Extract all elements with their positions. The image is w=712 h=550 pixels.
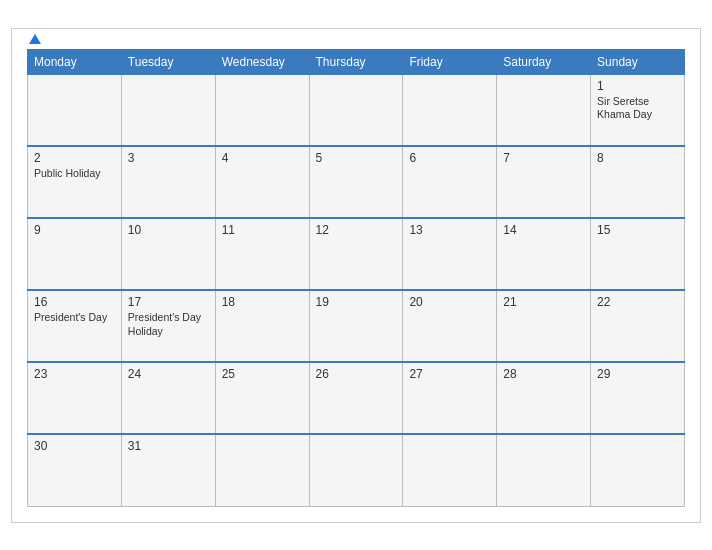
day-number: 7 <box>503 151 584 165</box>
col-header-saturday: Saturday <box>497 49 591 74</box>
calendar-cell: 17President's Day Holiday <box>121 290 215 362</box>
day-number: 28 <box>503 367 584 381</box>
week-row-2: 9101112131415 <box>28 218 685 290</box>
day-number: 27 <box>409 367 490 381</box>
week-row-1: 2Public Holiday345678 <box>28 146 685 218</box>
day-number: 1 <box>597 79 678 93</box>
day-number: 13 <box>409 223 490 237</box>
day-number: 9 <box>34 223 115 237</box>
col-header-thursday: Thursday <box>309 49 403 74</box>
calendar-cell <box>309 434 403 506</box>
calendar-cell: 30 <box>28 434 122 506</box>
day-event: Sir Seretse Khama Day <box>597 95 652 121</box>
calendar-cell: 6 <box>403 146 497 218</box>
calendar-cell: 27 <box>403 362 497 434</box>
day-event: Public Holiday <box>34 167 101 179</box>
calendar-cell: 8 <box>591 146 685 218</box>
week-row-5: 3031 <box>28 434 685 506</box>
day-number: 29 <box>597 367 678 381</box>
calendar-cell <box>403 74 497 146</box>
calendar-cell: 29 <box>591 362 685 434</box>
calendar-container: MondayTuesdayWednesdayThursdayFridaySatu… <box>11 28 701 523</box>
day-number: 19 <box>316 295 397 309</box>
day-event: President's Day Holiday <box>128 311 201 337</box>
day-number: 4 <box>222 151 303 165</box>
day-number: 6 <box>409 151 490 165</box>
day-number: 30 <box>34 439 115 453</box>
calendar-cell: 20 <box>403 290 497 362</box>
day-number: 16 <box>34 295 115 309</box>
day-number: 21 <box>503 295 584 309</box>
logo-blue-row <box>27 30 41 48</box>
calendar-cell <box>309 74 403 146</box>
day-number: 31 <box>128 439 209 453</box>
day-number: 18 <box>222 295 303 309</box>
calendar-cell <box>591 434 685 506</box>
day-number: 10 <box>128 223 209 237</box>
logo-triangle-icon <box>29 34 41 44</box>
days-of-week-row: MondayTuesdayWednesdayThursdayFridaySatu… <box>28 49 685 74</box>
day-number: 11 <box>222 223 303 237</box>
calendar-cell: 23 <box>28 362 122 434</box>
day-event: President's Day <box>34 311 107 323</box>
calendar-cell: 16President's Day <box>28 290 122 362</box>
day-number: 2 <box>34 151 115 165</box>
day-number: 15 <box>597 223 678 237</box>
col-header-wednesday: Wednesday <box>215 49 309 74</box>
calendar-cell: 3 <box>121 146 215 218</box>
day-number: 24 <box>128 367 209 381</box>
calendar-cell: 2Public Holiday <box>28 146 122 218</box>
calendar-cell: 9 <box>28 218 122 290</box>
calendar-cell: 11 <box>215 218 309 290</box>
calendar-cell: 7 <box>497 146 591 218</box>
calendar-cell: 22 <box>591 290 685 362</box>
day-number: 3 <box>128 151 209 165</box>
day-number: 22 <box>597 295 678 309</box>
calendar-body: 1Sir Seretse Khama Day2Public Holiday345… <box>28 74 685 506</box>
calendar-cell: 4 <box>215 146 309 218</box>
logo <box>27 30 41 48</box>
calendar-cell: 18 <box>215 290 309 362</box>
calendar-cell: 10 <box>121 218 215 290</box>
calendar-cell <box>215 74 309 146</box>
calendar-cell: 5 <box>309 146 403 218</box>
day-number: 17 <box>128 295 209 309</box>
col-header-sunday: Sunday <box>591 49 685 74</box>
calendar-cell: 31 <box>121 434 215 506</box>
calendar-header-row: MondayTuesdayWednesdayThursdayFridaySatu… <box>28 49 685 74</box>
calendar-cell <box>497 434 591 506</box>
calendar-table: MondayTuesdayWednesdayThursdayFridaySatu… <box>27 49 685 507</box>
col-header-tuesday: Tuesday <box>121 49 215 74</box>
calendar-cell: 24 <box>121 362 215 434</box>
calendar-cell: 13 <box>403 218 497 290</box>
calendar-cell: 19 <box>309 290 403 362</box>
calendar-cell <box>28 74 122 146</box>
calendar-cell: 28 <box>497 362 591 434</box>
calendar-cell: 21 <box>497 290 591 362</box>
day-number: 20 <box>409 295 490 309</box>
col-header-friday: Friday <box>403 49 497 74</box>
day-number: 14 <box>503 223 584 237</box>
day-number: 25 <box>222 367 303 381</box>
day-number: 5 <box>316 151 397 165</box>
calendar-cell: 25 <box>215 362 309 434</box>
day-number: 12 <box>316 223 397 237</box>
week-row-4: 23242526272829 <box>28 362 685 434</box>
calendar-cell <box>403 434 497 506</box>
calendar-cell: 15 <box>591 218 685 290</box>
col-header-monday: Monday <box>28 49 122 74</box>
calendar-cell <box>497 74 591 146</box>
day-number: 23 <box>34 367 115 381</box>
calendar-cell: 12 <box>309 218 403 290</box>
day-number: 8 <box>597 151 678 165</box>
calendar-cell <box>215 434 309 506</box>
calendar-cell: 26 <box>309 362 403 434</box>
week-row-0: 1Sir Seretse Khama Day <box>28 74 685 146</box>
calendar-cell: 14 <box>497 218 591 290</box>
day-number: 26 <box>316 367 397 381</box>
week-row-3: 16President's Day17President's Day Holid… <box>28 290 685 362</box>
calendar-cell: 1Sir Seretse Khama Day <box>591 74 685 146</box>
calendar-cell <box>121 74 215 146</box>
